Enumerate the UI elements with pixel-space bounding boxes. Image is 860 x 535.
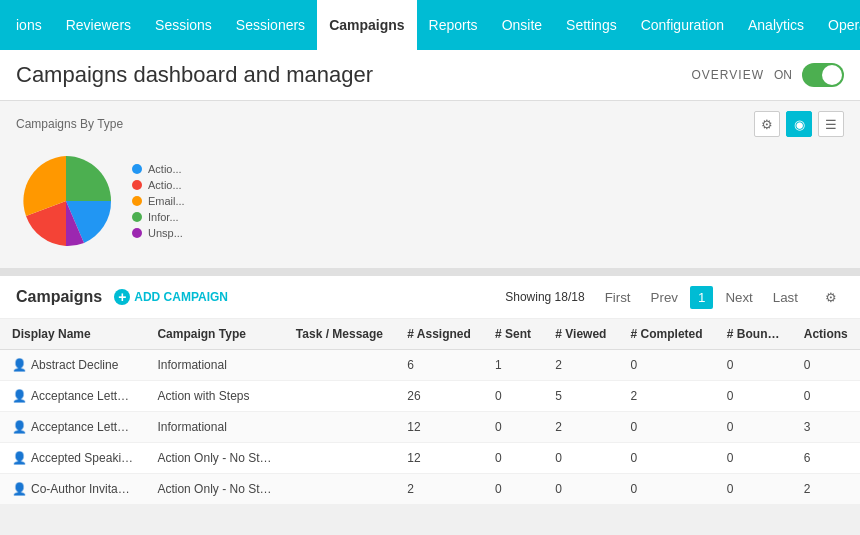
cell-name: 👤Acceptance Lett… xyxy=(0,412,145,443)
cell-bounce: 0 xyxy=(715,474,792,505)
nav-item-analytics[interactable]: Analytics xyxy=(736,0,816,50)
nav-item-reviewers[interactable]: Reviewers xyxy=(54,0,143,50)
campaigns-header: Campaigns + ADD CAMPAIGN Showing 18/18 F… xyxy=(0,276,860,319)
legend-label-3: Infor... xyxy=(148,211,179,223)
cell-viewed: 0 xyxy=(543,443,618,474)
col-header-completed: # Completed xyxy=(619,319,715,350)
chart-area: Campaigns By Type ⚙ ◉ ☰ xyxy=(0,101,860,268)
cell-name: 👤Accepted Speaki… xyxy=(0,443,145,474)
showing-text: Showing 18/18 xyxy=(505,290,584,304)
cell-task xyxy=(284,474,395,505)
nav-item-campaigns[interactable]: Campaigns xyxy=(317,0,416,50)
table-row: 👤Acceptance Lett… Action with Steps 26 0… xyxy=(0,381,860,412)
col-header-task-message: Task / Message xyxy=(284,319,395,350)
cell-name: 👤Co-Author Invita… xyxy=(0,474,145,505)
chart-title: Campaigns By Type xyxy=(16,117,123,131)
last-page-button[interactable]: Last xyxy=(765,286,806,309)
legend-label-4: Unsp... xyxy=(148,227,183,239)
add-campaign-label: ADD CAMPAIGN xyxy=(134,290,228,304)
cell-type: Action Only - No St… xyxy=(145,443,283,474)
page-title: Campaigns dashboard and manager xyxy=(16,62,373,88)
cell-name: 👤Acceptance Lett… xyxy=(0,381,145,412)
campaigns-table: Display Name Campaign Type Task / Messag… xyxy=(0,319,860,505)
campaigns-section-title: Campaigns xyxy=(16,288,102,306)
add-campaign-button[interactable]: + ADD CAMPAIGN xyxy=(114,289,228,305)
cell-actions: 6 xyxy=(792,443,860,474)
col-header-campaign-type: Campaign Type xyxy=(145,319,283,350)
cell-viewed: 2 xyxy=(543,350,618,381)
cell-task xyxy=(284,381,395,412)
cell-assigned: 6 xyxy=(395,350,483,381)
legend-item-4: Unsp... xyxy=(132,227,185,239)
cell-actions: 0 xyxy=(792,381,860,412)
cell-task xyxy=(284,443,395,474)
nav-item-settings[interactable]: Settings xyxy=(554,0,629,50)
cell-type: Action Only - No St… xyxy=(145,474,283,505)
next-page-button[interactable]: Next xyxy=(717,286,760,309)
legend-dot-4 xyxy=(132,228,142,238)
col-header-display-name: Display Name xyxy=(0,319,145,350)
cell-actions: 3 xyxy=(792,412,860,443)
pie-chart xyxy=(16,151,116,251)
cell-completed: 0 xyxy=(619,350,715,381)
cell-viewed: 0 xyxy=(543,474,618,505)
current-page-button[interactable]: 1 xyxy=(690,286,713,309)
legend-item-3: Infor... xyxy=(132,211,185,223)
first-page-button[interactable]: First xyxy=(597,286,639,309)
settings-icon-btn[interactable]: ⚙ xyxy=(754,111,780,137)
on-label: ON xyxy=(774,68,792,82)
page-header: Campaigns dashboard and manager OVERVIEW… xyxy=(0,50,860,101)
nav-item-reports[interactable]: Reports xyxy=(417,0,490,50)
pagination-controls: First Prev 1 Next Last xyxy=(597,286,806,309)
cell-completed: 0 xyxy=(619,412,715,443)
overview-toggle[interactable] xyxy=(802,63,844,87)
plus-icon: + xyxy=(114,289,130,305)
col-header-sent: # Sent xyxy=(483,319,543,350)
cell-sent: 0 xyxy=(483,412,543,443)
nav-item-onsite[interactable]: Onsite xyxy=(490,0,554,50)
nav-item-sessions[interactable]: Sessions xyxy=(143,0,224,50)
cell-viewed: 5 xyxy=(543,381,618,412)
cell-bounce: 0 xyxy=(715,412,792,443)
campaigns-section: Campaigns + ADD CAMPAIGN Showing 18/18 F… xyxy=(0,276,860,505)
chart-section: Campaigns By Type ⚙ ◉ ☰ xyxy=(0,101,860,276)
cell-type: Informational xyxy=(145,350,283,381)
cell-assigned: 2 xyxy=(395,474,483,505)
cell-type: Informational xyxy=(145,412,283,443)
cell-task xyxy=(284,350,395,381)
cell-bounce: 0 xyxy=(715,381,792,412)
cell-bounce: 0 xyxy=(715,443,792,474)
legend-label-0: Actio... xyxy=(148,163,182,175)
chart-content: Actio... Actio... Email... Infor... Unsp… xyxy=(16,143,844,258)
table-row: 👤Abstract Decline Informational 6 1 2 0 … xyxy=(0,350,860,381)
table-settings-button[interactable]: ⚙ xyxy=(818,284,844,310)
table-row: 👤Co-Author Invita… Action Only - No St… … xyxy=(0,474,860,505)
chart-header: Campaigns By Type ⚙ ◉ ☰ xyxy=(16,111,844,137)
legend-item-2: Email... xyxy=(132,195,185,207)
chart-view-controls: ⚙ ◉ ☰ xyxy=(754,111,844,137)
list-icon-btn[interactable]: ☰ xyxy=(818,111,844,137)
cell-task xyxy=(284,412,395,443)
prev-page-button[interactable]: Prev xyxy=(643,286,686,309)
legend-dot-0 xyxy=(132,164,142,174)
cell-actions: 0 xyxy=(792,350,860,381)
cell-bounce: 0 xyxy=(715,350,792,381)
header-controls: OVERVIEW ON xyxy=(692,63,844,87)
table-header-row: Display Name Campaign Type Task / Messag… xyxy=(0,319,860,350)
pie-chart-svg xyxy=(16,151,116,251)
cell-name: 👤Abstract Decline xyxy=(0,350,145,381)
cell-assigned: 12 xyxy=(395,412,483,443)
nav-item-ions[interactable]: ions xyxy=(4,0,54,50)
nav-item-configuration[interactable]: Configuration xyxy=(629,0,736,50)
legend-label-2: Email... xyxy=(148,195,185,207)
cell-actions: 2 xyxy=(792,474,860,505)
pie-chart-icon-btn[interactable]: ◉ xyxy=(786,111,812,137)
nav-item-operation[interactable]: Operation xyxy=(816,0,860,50)
cell-sent: 0 xyxy=(483,474,543,505)
cell-assigned: 26 xyxy=(395,381,483,412)
col-header-bounce: # Boun… xyxy=(715,319,792,350)
legend-label-1: Actio... xyxy=(148,179,182,191)
cell-sent: 0 xyxy=(483,381,543,412)
nav-item-sessioners[interactable]: Sessioners xyxy=(224,0,317,50)
cell-viewed: 2 xyxy=(543,412,618,443)
